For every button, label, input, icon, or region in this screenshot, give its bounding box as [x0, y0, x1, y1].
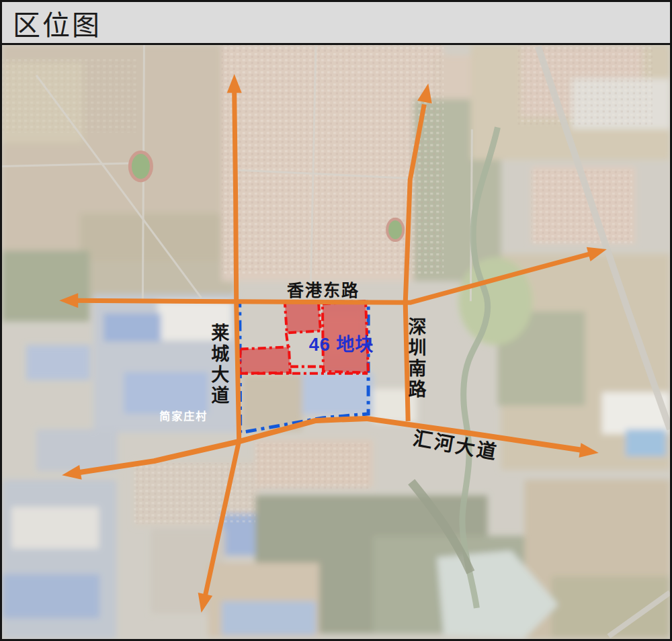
page-title: 区位图: [13, 3, 101, 43]
plot-46-parcel-southwest: [240, 347, 290, 374]
title-bar: 区位图: [2, 2, 670, 45]
plot-46-parcel-east: [323, 301, 368, 372]
map-canvas: [2, 45, 670, 639]
plot-46-parcel-northwest: [285, 301, 321, 333]
satellite-map: 香港东路 莱城大道 深圳南路 汇河大道 46 地块 简家庄村: [2, 45, 670, 639]
location-map-panel: 区位图: [0, 0, 672, 641]
